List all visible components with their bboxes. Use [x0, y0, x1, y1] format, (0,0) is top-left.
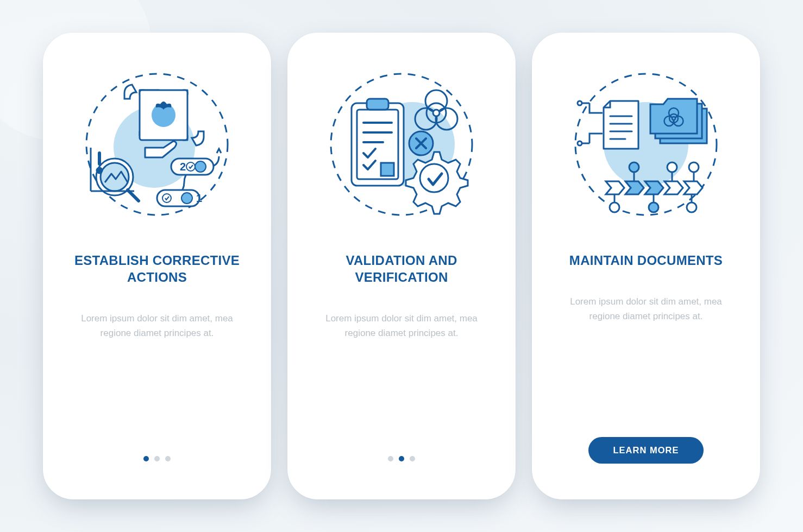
page-indicator	[143, 456, 171, 461]
learn-more-button[interactable]: LEARN MORE	[588, 437, 704, 464]
screen-title: ESTABLISH CORRECTIVE ACTIONS	[70, 252, 244, 286]
screen-description: Lorem ipsum dolor sit dim amet, mea regi…	[76, 312, 239, 340]
screen-title: VALIDATION AND VERIFICATION	[315, 252, 488, 286]
dot-3[interactable]	[165, 456, 171, 461]
dot-3[interactable]	[410, 456, 415, 461]
svg-point-54	[610, 202, 619, 212]
svg-point-41	[578, 101, 582, 105]
onboarding-screen-1: 1 2 ESTABLISH CORRECTIVE ACTIONS Lorem i…	[43, 33, 271, 499]
svg-text:1: 1	[196, 192, 202, 204]
onboarding-screen-2: VALIDATION AND VERIFICATION Lorem ipsum …	[287, 33, 516, 499]
svg-point-56	[649, 202, 658, 212]
dot-1[interactable]	[388, 456, 393, 461]
validation-verification-icon	[320, 63, 483, 226]
svg-point-34	[420, 164, 448, 192]
svg-point-48	[629, 162, 639, 172]
svg-point-17	[195, 161, 206, 172]
onboarding-screens: 1 2 ESTABLISH CORRECTIVE ACTIONS Lorem i…	[43, 33, 760, 499]
page-indicator	[388, 456, 415, 461]
svg-point-58	[687, 202, 697, 212]
svg-rect-15	[171, 159, 214, 175]
screen-title: MAINTAIN DOCUMENTS	[569, 252, 723, 269]
svg-rect-23	[367, 99, 388, 110]
svg-rect-11	[157, 190, 199, 206]
svg-text:2: 2	[180, 161, 186, 173]
onboarding-screen-3: MAINTAIN DOCUMENTS Lorem ipsum dolor sit…	[532, 33, 760, 499]
dot-1[interactable]	[143, 456, 149, 461]
svg-point-42	[578, 141, 582, 145]
svg-point-8	[98, 169, 102, 173]
svg-point-52	[689, 162, 699, 172]
svg-point-12	[181, 193, 192, 204]
svg-point-32	[433, 110, 440, 116]
svg-point-50	[667, 162, 677, 172]
dot-2[interactable]	[154, 456, 160, 461]
screen-description: Lorem ipsum dolor sit dim amet, mea regi…	[564, 295, 727, 324]
dot-2[interactable]	[399, 456, 404, 461]
svg-rect-27	[381, 163, 394, 176]
maintain-documents-icon	[564, 63, 727, 226]
corrective-actions-icon: 1 2	[76, 63, 239, 226]
svg-point-47	[672, 117, 675, 120]
screen-description: Lorem ipsum dolor sit dim amet, mea regi…	[320, 312, 483, 340]
